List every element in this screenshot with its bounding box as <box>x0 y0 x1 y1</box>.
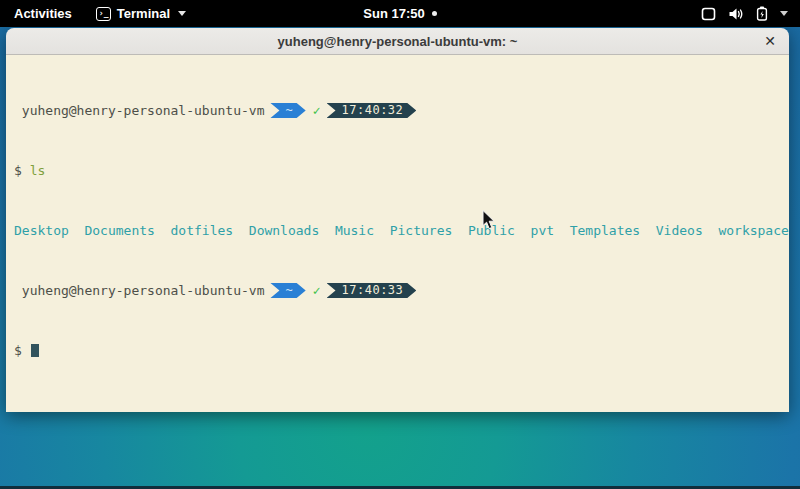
screen-icon <box>701 7 716 21</box>
status-check-icon: ✓ <box>313 103 321 118</box>
prompt-line-1: yuheng@henry-personal-ubuntu-vm ~ ✓ 17:4… <box>14 103 785 118</box>
prompt-line-2: yuheng@henry-personal-ubuntu-vm ~ ✓ 17:4… <box>14 283 785 298</box>
ls-output: Desktop Documents dotfiles Downloads Mus… <box>14 223 785 238</box>
app-menu-terminal[interactable]: ›_ Terminal <box>86 0 196 27</box>
shell-prompt-symbol: $ <box>14 163 30 178</box>
activities-button[interactable]: Activities <box>0 0 86 27</box>
command-line: $ ls <box>14 163 785 178</box>
chevron-down-icon <box>178 11 186 16</box>
top-bar-left: Activities ›_ Terminal <box>0 0 196 27</box>
battery-charging-icon <box>756 6 768 21</box>
desktop-background: yuheng@henry-personal-ubuntu-vm: ~ ✕ yuh… <box>0 27 800 489</box>
window-titlebar[interactable]: yuheng@henry-personal-ubuntu-vm: ~ ✕ <box>6 28 789 55</box>
powerline-path-segment: ~ <box>270 103 305 118</box>
text-cursor <box>31 344 39 357</box>
prompt-user: yuheng@henry-personal-ubuntu-vm <box>14 103 264 118</box>
powerline-path-segment: ~ <box>270 283 305 298</box>
close-icon[interactable]: ✕ <box>759 30 781 52</box>
volume-icon <box>728 7 744 21</box>
notification-dot-icon <box>432 11 437 16</box>
clock[interactable]: Sun 17:50 <box>363 6 424 21</box>
top-bar: Activities ›_ Terminal Sun 17:50 <box>0 0 800 27</box>
prompt-user: yuheng@henry-personal-ubuntu-vm <box>14 283 264 298</box>
terminal-icon: ›_ <box>96 7 111 21</box>
powerline-time-segment: 17:40:33 <box>327 283 417 298</box>
input-line[interactable]: $ <box>14 343 785 358</box>
powerline-time-segment: 17:40:32 <box>327 103 417 118</box>
terminal-content[interactable]: yuheng@henry-personal-ubuntu-vm ~ ✓ 17:4… <box>6 55 789 412</box>
terminal-window: yuheng@henry-personal-ubuntu-vm: ~ ✕ yuh… <box>6 28 789 412</box>
shell-prompt-symbol: $ <box>14 343 30 358</box>
status-check-icon: ✓ <box>313 283 321 298</box>
typed-command: ls <box>30 163 46 178</box>
system-status-area[interactable] <box>689 0 800 27</box>
app-menu-label: Terminal <box>117 6 170 21</box>
window-title: yuheng@henry-personal-ubuntu-vm: ~ <box>278 34 518 49</box>
chevron-down-icon <box>780 11 788 16</box>
activities-label: Activities <box>14 6 72 21</box>
